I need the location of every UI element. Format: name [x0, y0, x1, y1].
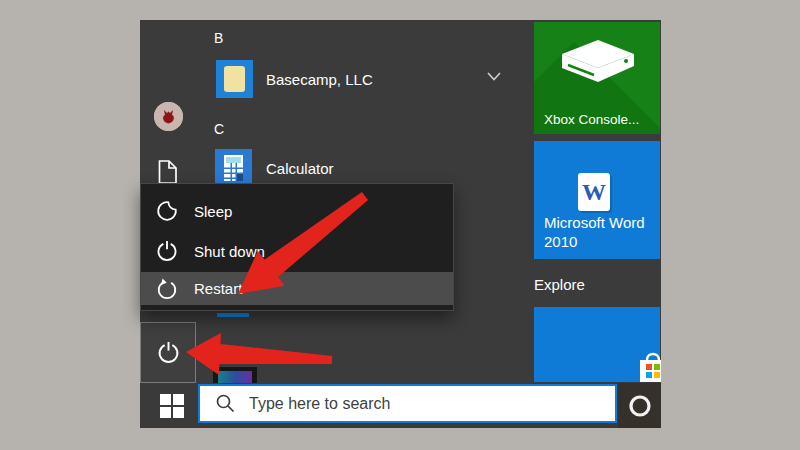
documents-icon — [158, 160, 178, 184]
word-w-glyph: W — [582, 179, 606, 206]
screenshot-canvas: B Basecamp, LLC C Calculato — [0, 0, 800, 450]
windows-logo-icon — [160, 394, 184, 418]
menu-item-restart[interactable]: Restart — [141, 272, 453, 305]
tile-microsoft-word[interactable]: W Microsoft Word 2010 — [534, 141, 660, 259]
section-header-b[interactable]: B — [214, 30, 223, 46]
tile-xbox-console[interactable]: Xbox Console... — [534, 22, 660, 134]
power-flyout-menu: Sleep Shut down Restart — [140, 183, 454, 311]
tile-label: Microsoft Word 2010 — [544, 213, 649, 251]
user-avatar[interactable] — [154, 102, 183, 131]
power-icon — [157, 341, 180, 364]
calculator-app-icon[interactable] — [215, 149, 252, 187]
word-icon: W — [578, 173, 610, 211]
partially-hidden-app-icon — [213, 367, 257, 383]
cortana-button[interactable] — [618, 383, 661, 428]
menu-item-sleep[interactable]: Sleep — [141, 191, 453, 231]
moon-icon — [156, 200, 178, 222]
restart-icon — [156, 278, 178, 300]
section-header-c[interactable]: C — [214, 121, 224, 137]
start-button[interactable] — [148, 383, 196, 428]
chevron-down-icon[interactable] — [487, 72, 501, 81]
app-item-calculator[interactable]: Calculator — [266, 160, 334, 177]
partially-hidden-app-icon — [217, 313, 249, 317]
power-button[interactable] — [140, 322, 196, 383]
power-icon — [156, 240, 178, 262]
tile-group-label-explore[interactable]: Explore — [534, 276, 585, 293]
gradient-glyph — [218, 371, 252, 383]
basecamp-app-icon[interactable] — [216, 60, 253, 98]
store-bag-icon[interactable] — [638, 351, 661, 382]
taskbar-search[interactable] — [198, 384, 617, 423]
basecamp-icon-glyph — [224, 66, 245, 92]
documents-button[interactable] — [158, 160, 178, 184]
app-item-basecamp[interactable]: Basecamp, LLC — [266, 71, 373, 88]
search-input[interactable] — [247, 394, 581, 414]
start-menu: B Basecamp, LLC C Calculato — [140, 20, 661, 428]
search-icon — [216, 394, 235, 413]
cortana-circle-icon — [628, 394, 652, 418]
menu-item-label: Sleep — [194, 203, 232, 220]
menu-item-shut-down[interactable]: Shut down — [141, 231, 453, 271]
menu-item-label: Restart — [194, 280, 242, 297]
menu-item-label: Shut down — [194, 243, 265, 260]
taskbar — [140, 383, 661, 428]
calculator-icon-glyph — [215, 149, 252, 187]
user-avatar-icon — [154, 102, 183, 131]
tile-label: Xbox Console... — [544, 112, 639, 127]
xbox-console-icon — [550, 38, 646, 102]
